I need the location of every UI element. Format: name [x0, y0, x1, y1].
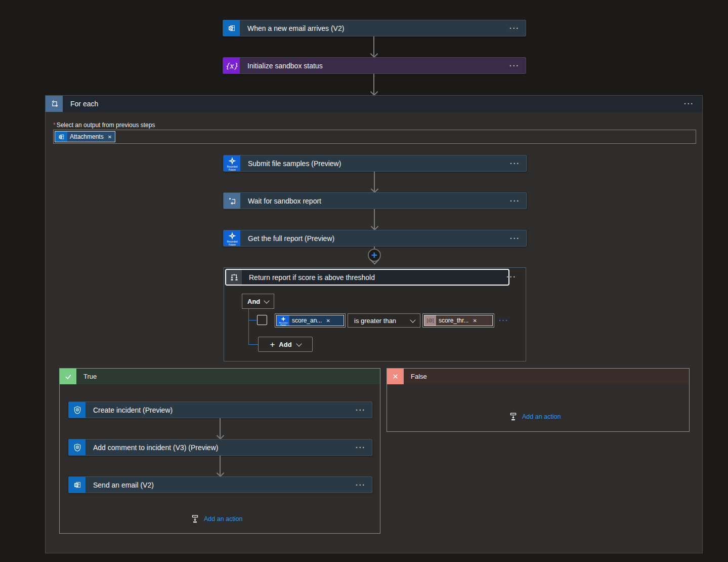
condition-tree-connector: [248, 320, 256, 320]
condition-menu-ellipsis[interactable]: ···: [506, 273, 517, 280]
true-branch-header[interactable]: True: [60, 369, 380, 384]
connector-arrow: [220, 456, 221, 475]
operator-label: And: [247, 298, 260, 305]
card-menu-ellipsis[interactable]: ···: [510, 235, 520, 242]
branch-label: True: [83, 373, 97, 380]
outlook-icon: [223, 20, 240, 36]
add-action-icon: [191, 514, 199, 524]
add-action-label: Add an action: [204, 515, 242, 523]
flow-designer-canvas: When a new email arrives (V2) ··· {x} In…: [0, 0, 728, 562]
card-menu-ellipsis[interactable]: ···: [509, 25, 520, 32]
card-title: Wait for sandbox report: [248, 197, 510, 205]
condition-tree-connector: [248, 309, 249, 344]
condition-row-checkbox[interactable]: [257, 315, 267, 325]
card-title: Get the full report (Preview): [248, 234, 510, 243]
chevron-down-icon: [264, 298, 269, 303]
condition-left-operand-field[interactable]: Recorded Future score_an... ✕: [275, 313, 346, 328]
condition-title: Return report if score is above threshol…: [249, 273, 375, 282]
condition-comparison-dropdown[interactable]: is greater than: [348, 313, 420, 328]
sentinel-icon: [69, 439, 85, 455]
foreach-title: For each: [70, 100, 684, 108]
true-branch-container: True Create incident (Preview) ···: [59, 368, 380, 534]
card-title: Submit file samples (Preview): [248, 159, 510, 168]
true-add-an-action-link[interactable]: Add an action: [191, 514, 242, 524]
expression-icon: [@]: [424, 315, 436, 326]
false-branch-header[interactable]: False: [387, 369, 689, 384]
foreach-scope: For each ··· *Select an output from prev…: [45, 95, 703, 553]
action-card-add-comment-to-incident[interactable]: Add comment to incident (V3) (Preview) ·…: [68, 439, 372, 456]
foreach-header[interactable]: For each ···: [46, 96, 702, 112]
close-icon: [387, 369, 404, 384]
card-menu-ellipsis[interactable]: ···: [509, 62, 520, 69]
outlook-icon: [69, 477, 85, 493]
add-action-label: Add an action: [522, 413, 561, 420]
outlook-icon: [55, 132, 67, 142]
false-branch-container: False Add an action: [387, 368, 690, 432]
card-title: Send an email (V2): [93, 481, 356, 489]
card-menu-ellipsis[interactable]: ···: [510, 197, 520, 205]
card-title: Initialize sandbox status: [247, 62, 509, 70]
condition-header[interactable]: Return report if score is above threshol…: [225, 269, 509, 286]
variable-icon: {x}: [223, 58, 240, 73]
connector-arrow: [373, 36, 374, 56]
variable-glyph: {x}: [225, 62, 238, 70]
until-loop-icon: [224, 193, 240, 209]
token-label: score_thr...: [436, 317, 471, 324]
check-icon: [60, 369, 76, 384]
attachments-token[interactable]: Attachments ✕: [55, 131, 115, 142]
token-remove-icon[interactable]: ✕: [106, 134, 115, 140]
card-menu-ellipsis[interactable]: ···: [356, 407, 366, 414]
svg-text:Future: Future: [280, 324, 286, 326]
condition-add-button[interactable]: + Add: [258, 337, 313, 352]
chevron-down-icon: [296, 341, 302, 346]
condition-icon: [226, 270, 242, 285]
action-card-create-incident[interactable]: Create incident (Preview) ···: [68, 402, 372, 418]
card-title: When a new email arrives (V2): [247, 24, 509, 32]
score-analysis-token[interactable]: Recorded Future score_an... ✕: [276, 315, 344, 326]
add-action-icon: [509, 412, 518, 421]
connector-arrow: [220, 418, 221, 438]
connector-arrow: [374, 209, 375, 229]
connector-arrow: [374, 172, 375, 191]
condition-card: Return report if score is above threshol…: [224, 267, 526, 362]
foreach-output-field[interactable]: Attachments ✕: [53, 130, 696, 144]
token-label: Attachments: [67, 133, 106, 140]
score-threshold-token[interactable]: [@] score_thr... ✕: [424, 315, 493, 326]
foreach-loop-icon: [46, 96, 63, 112]
action-card-submit-file-samples[interactable]: Recorded Future Submit file samples (Pre…: [223, 155, 527, 172]
card-menu-ellipsis[interactable]: ···: [510, 160, 520, 167]
action-card-initialize-sandbox-status[interactable]: {x} Initialize sandbox status ···: [223, 57, 526, 74]
recorded-future-icon: Recorded Future: [277, 315, 289, 326]
card-menu-ellipsis[interactable]: ···: [356, 444, 366, 451]
condition-right-operand-field[interactable]: [@] score_thr... ✕: [422, 313, 494, 328]
action-card-get-the-full-report[interactable]: Recorded Future Get the full report (Pre…: [223, 230, 527, 247]
comparison-label: is greater than: [354, 317, 396, 325]
card-title: Add comment to incident (V3) (Preview): [93, 444, 356, 452]
card-title: Create incident (Preview): [93, 406, 356, 414]
recorded-future-icon: Recorded Future: [224, 230, 240, 246]
token-remove-icon[interactable]: ✕: [471, 318, 480, 324]
foreach-menu-ellipsis[interactable]: ···: [684, 100, 694, 107]
card-menu-ellipsis[interactable]: ···: [356, 481, 366, 489]
token-label: score_an...: [289, 317, 324, 324]
branch-label: False: [411, 373, 427, 380]
plus-icon: +: [270, 340, 275, 349]
recorded-future-icon: Recorded Future: [224, 155, 240, 171]
condition-tree-connector: [248, 344, 258, 345]
svg-text:Future: Future: [228, 243, 235, 246]
trigger-card-when-a-new-email-arrives[interactable]: When a new email arrives (V2) ···: [223, 20, 526, 36]
foreach-field-label: *Select an output from previous steps: [53, 122, 155, 129]
condition-row-ellipsis[interactable]: ···: [499, 316, 509, 325]
false-add-an-action-link[interactable]: Add an action: [509, 412, 561, 421]
add-button-label: Add: [279, 341, 291, 348]
action-card-send-an-email[interactable]: Send an email (V2) ···: [68, 476, 372, 493]
svg-text:Future: Future: [228, 168, 235, 171]
token-remove-icon[interactable]: ✕: [324, 318, 333, 324]
condition-operator-dropdown[interactable]: And: [242, 294, 274, 309]
sentinel-icon: [69, 402, 85, 418]
connector-arrow: [373, 74, 374, 94]
action-card-wait-for-sandbox-report[interactable]: Wait for sandbox report ···: [223, 192, 527, 209]
chevron-down-icon: [410, 317, 415, 323]
required-asterisk: *: [53, 122, 56, 129]
